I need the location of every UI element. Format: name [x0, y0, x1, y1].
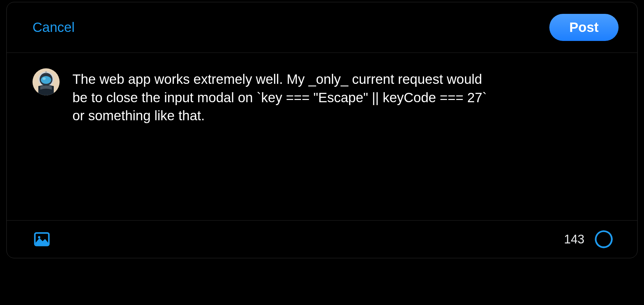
footer-actions	[33, 230, 51, 249]
modal-footer: 143	[7, 221, 637, 258]
astronaut-avatar-icon	[33, 68, 60, 95]
svg-point-4	[43, 77, 46, 80]
avatar[interactable]	[33, 68, 60, 95]
character-progress-ring	[594, 230, 613, 249]
svg-point-5	[45, 71, 47, 73]
svg-point-8	[593, 229, 614, 250]
modal-header: Cancel Post	[7, 2, 637, 53]
compose-modal: Cancel Post The web app works extremely …	[6, 2, 638, 258]
svg-point-10	[593, 229, 614, 250]
compose-input[interactable]: The web app works extremely well. My _on…	[72, 68, 494, 205]
svg-point-3	[41, 76, 51, 84]
character-count: 143	[564, 232, 584, 246]
image-icon	[33, 230, 51, 249]
post-button[interactable]: Post	[549, 14, 619, 41]
modal-body: The web app works extremely well. My _on…	[7, 53, 637, 221]
footer-status: 143	[564, 230, 613, 249]
svg-point-7	[38, 236, 40, 238]
cancel-button[interactable]: Cancel	[33, 20, 75, 35]
add-image-button[interactable]	[33, 230, 51, 249]
svg-point-9	[593, 229, 614, 250]
